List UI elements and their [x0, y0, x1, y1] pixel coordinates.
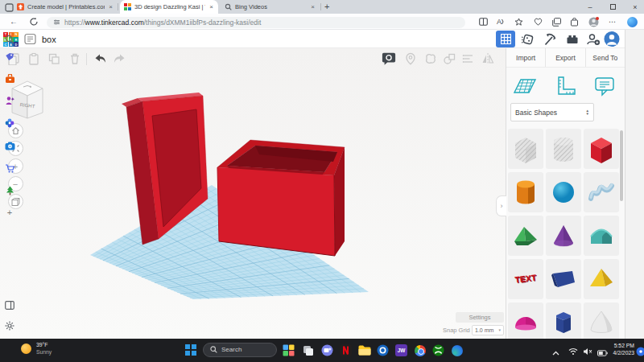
sidebar-screenshot-icon[interactable]	[4, 140, 15, 151]
shape-tile-cone[interactable]	[546, 216, 581, 256]
mirror-icon[interactable]	[481, 51, 495, 66]
scene-object-box[interactable]	[217, 140, 345, 256]
sidebar-panel-icon[interactable]	[4, 299, 15, 311]
panel-collapse-handle[interactable]: ›	[496, 195, 506, 216]
bricks-export-icon[interactable]	[564, 31, 580, 47]
tab-tinkercad-active[interactable]: 3D design Dazzling Kasi | Tinker ×	[120, 0, 218, 14]
shape-tile-pyramid[interactable]	[584, 259, 619, 299]
taskbar-teams-icon[interactable]	[320, 343, 334, 357]
sidebar-grow-icon[interactable]	[4, 185, 15, 196]
undo-icon[interactable]	[93, 51, 107, 66]
design-menu-icon[interactable]	[24, 33, 36, 45]
shape-tile-cylinder-hole[interactable]	[546, 129, 581, 169]
minecraft-export-icon[interactable]	[542, 31, 558, 47]
sidebar-shopping-icon[interactable]	[4, 51, 15, 63]
paste-icon[interactable]	[27, 51, 41, 66]
redo-icon[interactable]	[112, 51, 126, 66]
taskbar-outlook-icon[interactable]	[376, 343, 390, 357]
sim-lab-icon[interactable]	[519, 31, 535, 47]
align-icon[interactable]	[461, 51, 476, 66]
tab-title: Bing Videos	[235, 3, 307, 10]
refresh-icon[interactable]	[29, 17, 39, 27]
shape-tile-text[interactable]: TEXTTEXT	[508, 259, 543, 299]
collections-icon[interactable]	[550, 16, 563, 27]
weather-condition: Sunny	[36, 349, 52, 355]
export-button[interactable]: Export	[546, 48, 585, 67]
shape-tile-sphere[interactable]	[546, 172, 581, 212]
back-icon[interactable]: ←	[10, 17, 18, 27]
tray-clock[interactable]: 5:52 PM4/2/2023	[605, 342, 634, 356]
taskbar-widgets-icon[interactable]	[282, 343, 295, 357]
shape-tile-box[interactable]	[584, 129, 619, 169]
snap-grid-dropdown[interactable]: 1.0 mm▾	[472, 325, 504, 335]
inspector-icon[interactable]	[382, 51, 396, 66]
import-button[interactable]: Import	[506, 48, 546, 67]
browser-essentials-icon[interactable]	[531, 16, 544, 27]
shape-tile-polygon[interactable]	[546, 302, 581, 343]
shape-tile-half-sphere[interactable]	[508, 302, 543, 343]
profile-avatar[interactable]	[587, 16, 600, 27]
taskbar-search[interactable]: Search	[203, 343, 277, 357]
taskbar-xbox-icon[interactable]	[431, 343, 445, 357]
start-button[interactable]	[185, 344, 196, 356]
sidebar-add-icon[interactable]: +	[4, 207, 15, 218]
shape-tile-wedge[interactable]	[546, 259, 581, 299]
settings-button[interactable]: Settings	[456, 312, 504, 323]
split-screen-icon[interactable]	[477, 16, 489, 27]
panel-scrollbar[interactable]	[620, 130, 623, 201]
ruler-tool-icon[interactable]	[553, 74, 577, 98]
window-maximize-button[interactable]	[604, 0, 621, 14]
taskbar-chrome-icon[interactable]	[413, 343, 427, 357]
account-avatar[interactable]	[604, 31, 620, 47]
taskbar-jw-library-icon[interactable]: JW	[394, 343, 408, 357]
sidebar-search-icon[interactable]	[4, 34, 15, 45]
taskbar-weather[interactable]: 39°FSunny	[21, 342, 52, 356]
group-icon[interactable]	[423, 51, 437, 66]
window-close-button[interactable]: ×	[626, 0, 644, 14]
sidebar-settings-icon[interactable]	[4, 320, 15, 331]
tab-bing-videos[interactable]: Bing Videos ×	[221, 0, 320, 14]
taskbar-file-explorer-icon[interactable]	[357, 343, 371, 357]
tray-chevron-icon[interactable]	[552, 345, 559, 360]
read-aloud-icon[interactable]: A	[494, 16, 507, 27]
workplane-tool-icon[interactable]	[513, 74, 537, 98]
tab-close-icon[interactable]: ×	[108, 3, 114, 10]
sidebar-cart-icon[interactable]	[4, 162, 15, 174]
more-menu-icon[interactable]: ⋯	[606, 16, 619, 27]
add-favorites-icon[interactable]	[512, 16, 525, 27]
notes-tool-icon[interactable]	[592, 74, 617, 98]
shape-tile-roof[interactable]	[508, 216, 543, 256]
shopping-icon[interactable]	[568, 16, 580, 27]
ungroup-icon[interactable]	[442, 51, 456, 66]
shape-tile-box-hole[interactable]	[508, 129, 543, 169]
send-to-button[interactable]: Send To	[586, 48, 625, 67]
duplicate-icon[interactable]	[47, 51, 61, 66]
new-tab-button[interactable]: +	[324, 2, 329, 11]
sidebar-games-icon[interactable]	[4, 95, 15, 106]
tab-printables[interactable]: Create model | Printables.com ×	[13, 0, 118, 14]
taskbar-edge-icon[interactable]	[450, 343, 464, 357]
tray-wifi-icon[interactable]	[568, 344, 578, 359]
tray-notification-icon[interactable]	[636, 345, 644, 360]
tray-volume-muted-icon[interactable]	[583, 344, 592, 359]
delete-icon[interactable]	[68, 51, 82, 66]
invite-icon[interactable]	[585, 31, 601, 47]
design-title[interactable]: box	[42, 35, 56, 44]
copilot-icon[interactable]	[625, 16, 638, 27]
site-info-icon[interactable]	[53, 19, 60, 26]
sidebar-tools-icon[interactable]	[4, 73, 15, 84]
taskbar-netflix-icon[interactable]	[339, 343, 353, 357]
url-bar[interactable]: https://www.tinkercad.com/things/dXMM1ii…	[47, 17, 465, 28]
shape-tile-cylinder[interactable]	[508, 172, 543, 212]
shape-tile-round-roof[interactable]	[584, 216, 619, 256]
tab-close-icon[interactable]: ×	[310, 3, 316, 10]
workplane-pin-icon[interactable]	[403, 51, 418, 66]
shape-tile-paraboloid[interactable]	[584, 302, 619, 343]
tab-close-icon[interactable]: ×	[208, 3, 214, 10]
window-minimize-button[interactable]: –	[581, 0, 599, 14]
sidebar-designer-icon[interactable]	[4, 117, 15, 129]
taskbar-task-view-icon[interactable]	[301, 343, 315, 357]
shape-category-dropdown[interactable]: Basic Shapes ▲▼	[510, 103, 594, 121]
shape-tile-scribble[interactable]	[584, 172, 619, 212]
blocks-view-button[interactable]	[496, 31, 515, 47]
